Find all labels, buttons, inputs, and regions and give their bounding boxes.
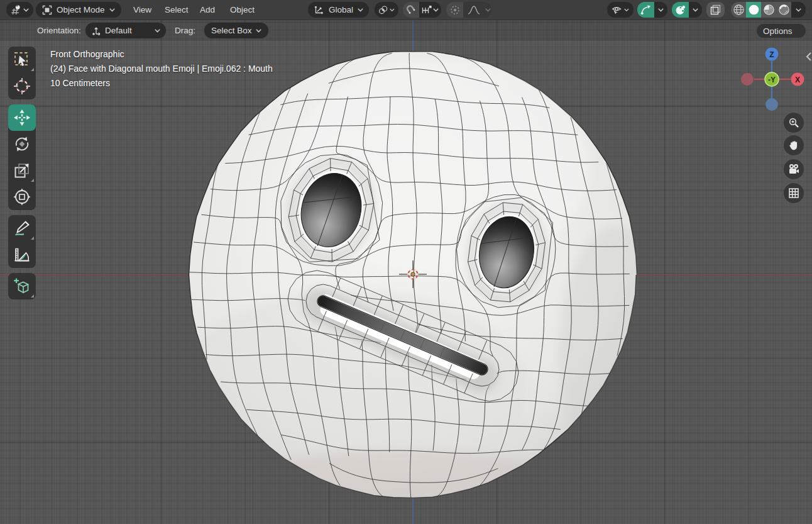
svg-text:X: X [795,75,800,84]
svg-text:Z: Z [769,50,774,59]
svg-text:-Y: -Y [768,75,776,84]
